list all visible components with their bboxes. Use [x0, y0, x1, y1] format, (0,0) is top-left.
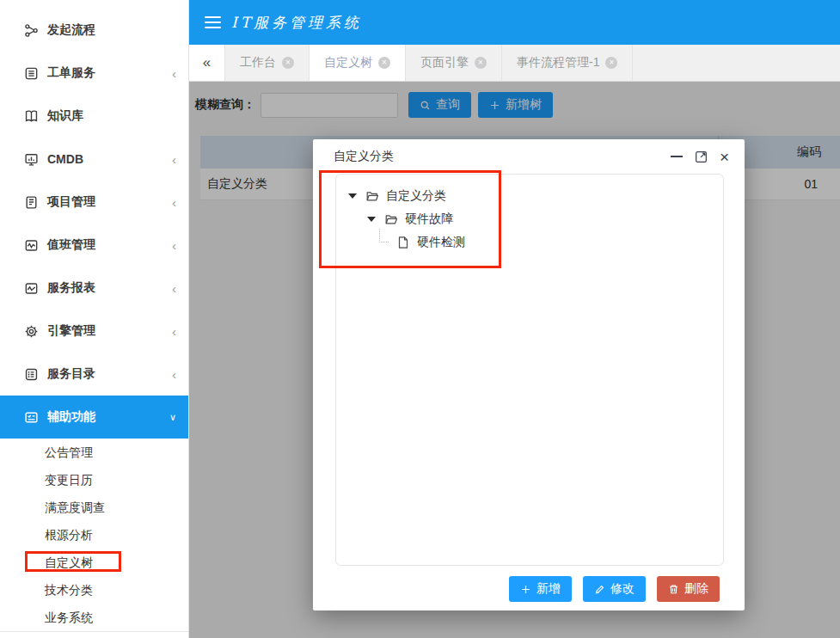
chevron-left-icon: ‹	[172, 282, 176, 295]
category-tree-panel: 自定义分类 硬件故障 硬件检测	[335, 174, 724, 566]
sidebar-item-label: 工单服务	[47, 65, 95, 81]
sidebar-item-knowledge-base[interactable]: 知识库	[0, 95, 188, 138]
tabs-scroll-left-button[interactable]: «	[189, 45, 225, 81]
tree-node-hardware-check[interactable]: 硬件检测	[336, 230, 723, 254]
duty-chart-icon	[24, 237, 40, 253]
submenu-label: 满意度调查	[45, 500, 105, 514]
sidebar-item-service-catalog[interactable]: 服务目录 ‹	[0, 353, 188, 396]
chevron-left-icon: ‹	[172, 196, 176, 209]
tab-label: 事件流程管理-1	[517, 55, 599, 71]
sidebar-subitem-custom-tree[interactable]: 自定义树	[0, 549, 188, 576]
sidebar-subitem-satisfaction-survey[interactable]: 满意度调查	[0, 494, 188, 521]
sidebar-item-label: 发起流程	[47, 22, 95, 38]
modal-edit-button[interactable]: 修改	[583, 576, 646, 602]
custom-category-modal: 自定义分类 自定义分类 硬件故障	[313, 139, 745, 610]
close-icon[interactable]	[605, 57, 617, 69]
maximize-icon[interactable]	[695, 150, 708, 163]
close-icon[interactable]	[475, 57, 487, 69]
sidebar-menu: 发起流程 工单服务 ‹ 知识库 CMDB ‹ 项目管理	[0, 0, 188, 631]
tree-node-custom-category[interactable]: 自定义分类	[336, 184, 723, 207]
caret-down-icon[interactable]	[367, 217, 376, 222]
pencil-icon	[594, 584, 605, 595]
sidebar-item-label: 项目管理	[47, 194, 95, 210]
book-icon	[24, 108, 40, 124]
modal-edit-label: 修改	[610, 581, 635, 597]
sidebar-item-work-order[interactable]: 工单服务 ‹	[0, 52, 188, 95]
minimize-icon[interactable]	[671, 156, 683, 157]
sidebar-item-label: 服务报表	[47, 280, 95, 296]
project-icon	[24, 194, 40, 210]
sidebar-subitem-announcement-mgmt[interactable]: 公告管理	[0, 439, 188, 466]
sidebar-item-engine-mgmt[interactable]: 引擎管理 ‹	[0, 310, 188, 353]
submenu-label: 根源分析	[45, 528, 93, 542]
report-chart-icon	[24, 280, 40, 296]
sidebar-item-label: 服务目录	[47, 366, 95, 382]
tab-label: 工作台	[240, 55, 276, 71]
sidebar-item-label: 值班管理	[47, 237, 95, 253]
flow-icon	[24, 22, 40, 38]
folder-icon	[384, 212, 398, 226]
tab-label: 自定义树	[324, 55, 372, 71]
hamburger-menu-icon[interactable]	[205, 16, 221, 29]
sidebar-item-label: 知识库	[47, 108, 83, 124]
close-icon[interactable]	[720, 149, 729, 165]
modal-delete-label: 删除	[684, 581, 708, 597]
tab-event-flow-mgmt[interactable]: 事件流程管理-1	[502, 45, 633, 81]
sidebar-item-duty-mgmt[interactable]: 值班管理 ‹	[0, 224, 188, 267]
modal-add-button[interactable]: 新增	[509, 576, 572, 602]
tab-page-engine[interactable]: 页面引擎	[406, 45, 502, 81]
app-header: IT服务管理系统	[189, 0, 840, 45]
app-title: IT服务管理系统	[231, 13, 362, 33]
sidebar-item-project-mgmt[interactable]: 项目管理 ‹	[0, 181, 188, 224]
modal-add-label: 新增	[536, 581, 561, 597]
close-icon[interactable]	[282, 57, 294, 69]
sidebar-divider	[0, 631, 188, 632]
tree-node-hardware-fault[interactable]: 硬件故障	[336, 207, 723, 230]
folder-icon	[365, 189, 379, 203]
tree-node-label: 硬件检测	[417, 235, 465, 250]
sidebar-subitem-business-system[interactable]: 业务系统	[0, 604, 188, 631]
submenu-label: 自定义树	[45, 555, 93, 569]
sidebar-item-label: CMDB	[47, 152, 83, 166]
chevron-left-icon: ‹	[172, 239, 176, 252]
plus-icon	[520, 584, 531, 595]
chevron-left-icon: ‹	[172, 368, 176, 381]
tree-connector	[379, 230, 389, 242]
monitor-icon	[24, 151, 40, 167]
submenu-label: 公告管理	[45, 445, 93, 459]
sidebar: 发起流程 工单服务 ‹ 知识库 CMDB ‹ 项目管理	[0, 0, 189, 638]
sidebar-subitem-change-calendar[interactable]: 变更日历	[0, 466, 188, 494]
sidebar-subitem-root-cause-analysis[interactable]: 根源分析	[0, 521, 188, 549]
modal-title: 自定义分类	[334, 149, 394, 164]
tab-workbench[interactable]: 工作台	[225, 45, 310, 81]
work-order-icon	[24, 65, 40, 81]
trash-icon	[668, 584, 679, 595]
sidebar-item-aux-functions[interactable]: 辅助功能 ∨	[0, 396, 188, 439]
chevron-left-icon: ‹	[172, 153, 176, 166]
tree-node-label: 硬件故障	[405, 212, 453, 227]
submenu-label: 变更日历	[45, 473, 93, 487]
modal-delete-button[interactable]: 删除	[657, 576, 720, 602]
chevron-down-icon: ∨	[169, 413, 176, 422]
submenu-label: 业务系统	[45, 610, 93, 624]
modal-window-controls	[671, 149, 729, 165]
gear-icon	[24, 323, 40, 339]
tab-bar: « 工作台 自定义树 页面引擎 事件流程管理-1	[189, 45, 840, 82]
file-icon	[396, 236, 410, 249]
tree-node-label: 自定义分类	[386, 188, 446, 204]
sidebar-item-label: 引擎管理	[47, 323, 95, 339]
modal-footer: 新增 修改 删除	[313, 576, 745, 602]
aux-card-icon	[24, 409, 40, 425]
tab-label: 页面引擎	[420, 55, 469, 71]
sidebar-item-start-flow[interactable]: 发起流程	[0, 9, 188, 52]
sidebar-item-cmdb[interactable]: CMDB ‹	[0, 138, 188, 181]
catalog-icon	[24, 366, 40, 382]
close-icon[interactable]	[378, 57, 390, 69]
chevron-left-icon: ‹	[172, 67, 176, 80]
sidebar-item-service-report[interactable]: 服务报表 ‹	[0, 267, 188, 310]
chevron-left-icon: ‹	[172, 325, 176, 338]
caret-down-icon[interactable]	[348, 193, 357, 199]
submenu-label: 技术分类	[45, 583, 93, 597]
sidebar-subitem-tech-category[interactable]: 技术分类	[0, 576, 188, 604]
tab-custom-tree[interactable]: 自定义树	[310, 45, 406, 81]
